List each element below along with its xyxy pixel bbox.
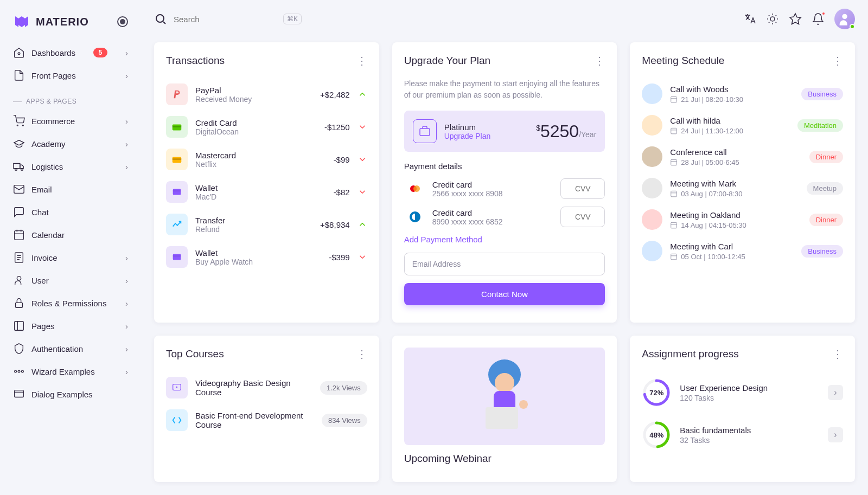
nav-label: Email — [31, 185, 52, 194]
email-input[interactable] — [404, 253, 605, 275]
meeting-row: Meeting with Mark 03 Aug | 07:00-8:30 Me… — [642, 172, 843, 204]
svg-point-2 — [22, 125, 23, 126]
sidebar-item-ecommerce[interactable]: Ecommerce › — [7, 110, 135, 132]
transaction-name: Transfer — [195, 216, 312, 225]
calendar-icon — [670, 190, 678, 197]
course-views: 834 Views — [322, 414, 367, 427]
transaction-icon — [166, 214, 188, 235]
progress-percent: 48% — [649, 431, 663, 439]
meeting-date: 05 Oct | 10:00-12:45 — [670, 253, 794, 261]
logo[interactable]: MATERIO — [7, 9, 135, 35]
chevron-right-icon[interactable]: › — [828, 427, 843, 442]
card-menu-icon[interactable]: ⋮ — [832, 348, 843, 361]
sidebar-item-frontpages[interactable]: Front Pages › — [7, 64, 135, 87]
cvv-input[interactable] — [560, 207, 605, 227]
sidebar-item-calendar[interactable]: Calendar — [7, 223, 135, 246]
sidebar-toggle[interactable] — [117, 16, 128, 27]
chevron-right-icon: › — [125, 367, 128, 376]
card-brand-icon — [404, 209, 426, 225]
sidebar-item-logistics[interactable]: Logistics › — [7, 155, 135, 178]
search-wrap[interactable]: ⌘K — [154, 12, 302, 25]
calendar-icon — [670, 95, 678, 103]
chevron-right-icon: › — [125, 276, 128, 285]
svg-rect-15 — [15, 390, 24, 397]
theme-icon[interactable] — [766, 12, 779, 25]
user-avatar[interactable] — [834, 9, 855, 29]
sidebar-item-academy[interactable]: Academy › — [7, 132, 135, 155]
chat-icon — [13, 206, 25, 218]
transaction-row: TransferRefund +$8,934 — [166, 208, 367, 241]
contact-button[interactable]: Contact Now — [404, 283, 605, 305]
chevron-right-icon: › — [125, 322, 128, 331]
card-brand-icon — [404, 181, 426, 197]
plan-description: Please make the payment to start enjoyin… — [404, 78, 605, 101]
transaction-row: WalletMac'D -$82 — [166, 176, 367, 208]
svg-point-1 — [17, 125, 18, 126]
sidebar-item-roles[interactable]: Roles & Permissions › — [7, 292, 135, 314]
transaction-amount: -$1250 — [324, 123, 350, 132]
transaction-name: Credit Card — [195, 118, 317, 127]
card-menu-icon[interactable]: ⋮ — [594, 54, 605, 67]
transaction-icon — [166, 181, 188, 203]
svg-point-5 — [21, 169, 23, 171]
sidebar-item-dialog[interactable]: Dialog Examples — [7, 383, 135, 406]
chevron-right-icon: › — [125, 299, 128, 308]
sidebar-item-pages[interactable]: Pages › — [7, 314, 135, 337]
webinar-card: Upcoming Webinar — [392, 336, 617, 482]
svg-rect-6 — [14, 185, 24, 194]
transaction-amount: -$399 — [329, 253, 349, 262]
card-menu-icon[interactable]: ⋮ — [356, 348, 367, 361]
nav-label: Ecommerce — [31, 117, 75, 126]
payment-title: Payment details — [404, 162, 605, 171]
plan-box: Platinum Upgrade Plan $ 5250 /Year — [404, 111, 605, 152]
meeting-avatar — [642, 178, 662, 198]
add-payment-link[interactable]: Add Payment Method — [404, 235, 605, 244]
meeting-badge: Business — [801, 245, 843, 258]
sidebar-item-auth[interactable]: Authentication › — [7, 337, 135, 360]
progress-percent: 72% — [649, 389, 663, 397]
svg-point-17 — [770, 17, 775, 21]
nav-label: User — [31, 276, 49, 285]
sidebar-item-invoice[interactable]: Invoice › — [7, 246, 135, 269]
sidebar-item-dashboards[interactable]: Dashboards 5 › — [7, 41, 135, 64]
svg-rect-24 — [173, 254, 181, 260]
plan-price: $ 5250 /Year — [536, 121, 596, 142]
transaction-row: WalletBuy Apple Watch -$399 — [166, 241, 367, 273]
svg-rect-19 — [173, 124, 182, 130]
card-title: Assignment progress — [642, 348, 738, 360]
transaction-row: PayPalReceived Money +$2,482 — [166, 78, 367, 111]
cvv-input[interactable] — [560, 178, 605, 199]
svg-point-9 — [17, 277, 21, 280]
assignment-name: User Experience Design — [680, 383, 819, 393]
sidebar-item-user[interactable]: User › — [7, 269, 135, 292]
sidebar-item-wizard[interactable]: Wizard Examples › — [7, 360, 135, 383]
notification-icon[interactable] — [812, 12, 825, 25]
truck-icon — [13, 160, 25, 172]
meeting-date: 24 Jul | 11:30-12:00 — [670, 127, 790, 135]
svg-point-12 — [15, 370, 17, 372]
svg-rect-30 — [671, 128, 677, 134]
svg-rect-7 — [15, 231, 24, 240]
plan-upgrade-link[interactable]: Upgrade Plan — [444, 132, 491, 140]
star-icon[interactable] — [789, 12, 802, 25]
chevron-right-icon[interactable]: › — [828, 385, 843, 400]
nav-label: Academy — [31, 139, 66, 149]
transaction-row: MastercardNetflix -$99 — [166, 143, 367, 176]
chevron-right-icon: › — [125, 344, 128, 353]
meeting-date: 14 Aug | 04:15-05:30 — [670, 221, 801, 229]
nav-label: Dashboards — [31, 48, 75, 57]
nav-label: Pages — [31, 322, 55, 331]
invoice-icon — [13, 252, 25, 263]
search-kbd: ⌘K — [283, 14, 302, 24]
search-input[interactable] — [174, 15, 277, 24]
sidebar-item-chat[interactable]: Chat — [7, 201, 135, 223]
language-icon[interactable] — [743, 12, 756, 25]
card-menu-icon[interactable]: ⋮ — [356, 54, 367, 67]
svg-rect-34 — [671, 254, 677, 260]
sidebar-item-email[interactable]: Email — [7, 178, 135, 201]
user-icon — [13, 274, 25, 286]
plan-name: Platinum — [444, 123, 491, 132]
mail-icon — [13, 183, 25, 195]
card-menu-icon[interactable]: ⋮ — [832, 54, 843, 67]
courses-card: Top Courses ⋮ Videography Basic Design C… — [154, 336, 379, 482]
